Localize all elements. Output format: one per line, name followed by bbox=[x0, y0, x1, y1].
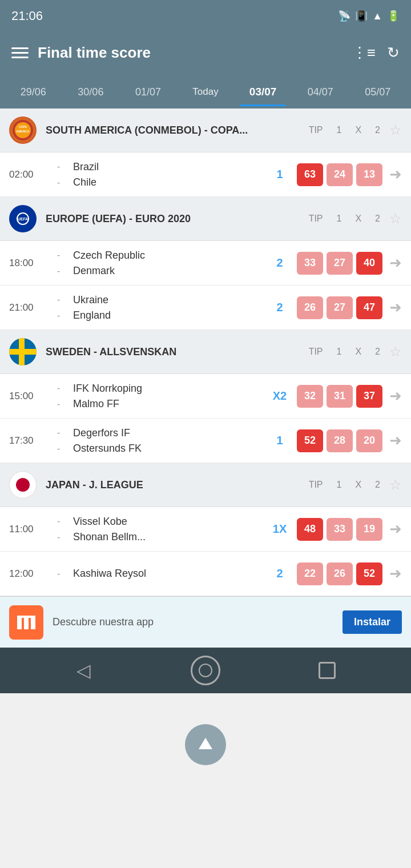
favorite-star[interactable]: ☆ bbox=[389, 122, 402, 138]
favorite-star[interactable]: ☆ bbox=[389, 211, 402, 227]
svg-text:COPA: COPA bbox=[19, 125, 27, 128]
score-2: 24 bbox=[327, 163, 353, 186]
svg-text:AMERICA: AMERICA bbox=[16, 130, 30, 133]
svg-rect-9 bbox=[19, 338, 25, 365]
ad-text: Descubre nuestra app bbox=[53, 616, 333, 628]
tip-x: X bbox=[355, 125, 361, 135]
score-1: 48 bbox=[297, 518, 323, 541]
install-button[interactable]: Instalar bbox=[342, 610, 402, 634]
match-time: 11:00 bbox=[9, 524, 50, 535]
dash-col: - - bbox=[57, 428, 66, 454]
team1: Brazil bbox=[73, 161, 263, 173]
arrow-icon[interactable]: ➜ bbox=[389, 387, 402, 405]
arrow-icon[interactable]: ➜ bbox=[389, 520, 402, 538]
score-2: 31 bbox=[327, 385, 353, 408]
score-1: 52 bbox=[297, 429, 323, 452]
tab-03-07[interactable]: 03/07 bbox=[234, 78, 292, 106]
match-tip: 1 bbox=[269, 434, 290, 447]
tab-05-07[interactable]: 05/07 bbox=[349, 78, 406, 106]
score-3: 37 bbox=[356, 385, 382, 408]
main-content: COPA AMERICA SOUTH AMERICA (CONMEBOL) - … bbox=[0, 108, 411, 596]
match-time: 02:00 bbox=[9, 169, 50, 180]
score-3: 13 bbox=[356, 163, 382, 186]
home-button[interactable] bbox=[191, 656, 220, 685]
tip-x: X bbox=[355, 480, 361, 490]
tip-x: X bbox=[355, 214, 361, 224]
euro-tips: TIP 1 X 2 bbox=[309, 214, 380, 224]
tip-label: TIP bbox=[309, 125, 323, 135]
arrow-icon[interactable]: ➜ bbox=[389, 565, 402, 582]
match-scores: 63 24 13 bbox=[297, 163, 382, 186]
match-czech-denmark: 18:00 - - Czech Republic Denmark 2 33 27… bbox=[0, 241, 411, 286]
match-scores: 22 26 52 bbox=[297, 562, 382, 585]
match-scores: 33 27 40 bbox=[297, 252, 382, 275]
status-time: 21:06 bbox=[11, 9, 43, 23]
back-button[interactable]: ◁ bbox=[69, 656, 99, 685]
score-1: 33 bbox=[297, 252, 323, 275]
home-icon bbox=[191, 656, 220, 685]
wifi-icon: ▲ bbox=[372, 10, 382, 22]
team2: England bbox=[73, 310, 263, 322]
match-tip: 2 bbox=[269, 256, 290, 270]
match-time: 21:00 bbox=[9, 302, 50, 314]
svg-text:UEFA: UEFA bbox=[18, 217, 29, 221]
list-icon[interactable]: ⋮≡ bbox=[352, 44, 376, 62]
copa-league-name: SOUTH AMERICA (CONMEBOL) - COPA... bbox=[46, 124, 300, 136]
match-time: 15:00 bbox=[9, 391, 50, 402]
team2: Malmo FF bbox=[73, 398, 263, 410]
dash-col: - - bbox=[57, 162, 66, 188]
tab-today[interactable]: Today bbox=[177, 78, 235, 106]
match-teams: Czech Republic Denmark bbox=[73, 250, 263, 277]
score-3: 19 bbox=[356, 518, 382, 541]
tab-01-07[interactable]: 01/07 bbox=[119, 78, 177, 106]
arrow-icon[interactable]: ➜ bbox=[389, 254, 402, 272]
arrow-icon[interactable]: ➜ bbox=[389, 432, 402, 449]
match-kashiwa: 12:00 - Kashiwa Reysol 2 22 26 52 ➜ bbox=[0, 552, 411, 596]
score-3: 20 bbox=[356, 429, 382, 452]
status-bar: 21:06 📡 📳 ▲ 🔋 bbox=[0, 0, 411, 30]
arrow-icon[interactable]: ➜ bbox=[389, 166, 402, 183]
team1: IFK Norrkoping bbox=[73, 383, 263, 395]
match-time: 17:30 bbox=[9, 435, 50, 447]
refresh-icon[interactable]: ↻ bbox=[387, 44, 400, 62]
dash-col: - - bbox=[57, 516, 66, 542]
header-right: ⋮≡ ↻ bbox=[352, 44, 400, 62]
copa-logo: COPA AMERICA bbox=[9, 116, 37, 144]
match-tip: 2 bbox=[269, 301, 290, 314]
favorite-star[interactable]: ☆ bbox=[389, 344, 402, 360]
match-degerfors-ostersunds: 17:30 - - Degerfors IF Ostersunds FK 1 5… bbox=[0, 419, 411, 463]
menu-button[interactable] bbox=[11, 47, 29, 58]
header: Final time score ⋮≡ ↻ bbox=[0, 30, 411, 75]
battery-icon: 🔋 bbox=[387, 10, 400, 22]
tab-29-06[interactable]: 29/06 bbox=[5, 78, 62, 106]
recents-button[interactable] bbox=[312, 656, 342, 685]
match-scores: 26 27 47 bbox=[297, 296, 382, 319]
league-euro: UEFA EUROPE (UEFA) - EURO 2020 TIP 1 X 2… bbox=[0, 197, 411, 241]
vibrate-icon: 📳 bbox=[355, 10, 368, 22]
match-time: 18:00 bbox=[9, 258, 50, 269]
league-japan: JAPAN - J. LEAGUE TIP 1 X 2 ☆ bbox=[0, 463, 411, 507]
tab-30-06[interactable]: 30/06 bbox=[62, 78, 120, 106]
japan-tips: TIP 1 X 2 bbox=[309, 480, 380, 490]
team1: Degerfors IF bbox=[73, 427, 263, 439]
score-3: 47 bbox=[356, 296, 382, 319]
dash-col: - - bbox=[57, 383, 66, 409]
match-vissel-shonan: 11:00 - - Vissel Kobe Shonan Bellm... 1X… bbox=[0, 507, 411, 552]
dash-col: - bbox=[57, 569, 66, 579]
japan-logo bbox=[9, 471, 37, 499]
match-ifk-malmo: 15:00 - - IFK Norrkoping Malmo FF X2 32 … bbox=[0, 374, 411, 419]
team1: Kashiwa Reysol bbox=[73, 568, 263, 580]
match-teams: Brazil Chile bbox=[73, 161, 263, 188]
svg-rect-17 bbox=[17, 616, 35, 618]
arrow-icon[interactable]: ➜ bbox=[389, 299, 402, 316]
match-scores: 32 31 37 bbox=[297, 385, 382, 408]
tab-04-07[interactable]: 04/07 bbox=[292, 78, 349, 106]
tip-1: 1 bbox=[337, 125, 342, 135]
cast-icon: 📡 bbox=[338, 10, 350, 22]
team2: Denmark bbox=[73, 265, 263, 277]
tip-1: 1 bbox=[337, 347, 342, 357]
favorite-star[interactable]: ☆ bbox=[389, 477, 402, 493]
score-2: 27 bbox=[327, 252, 353, 275]
tip-2: 2 bbox=[375, 125, 380, 135]
tip-label: TIP bbox=[309, 480, 323, 490]
